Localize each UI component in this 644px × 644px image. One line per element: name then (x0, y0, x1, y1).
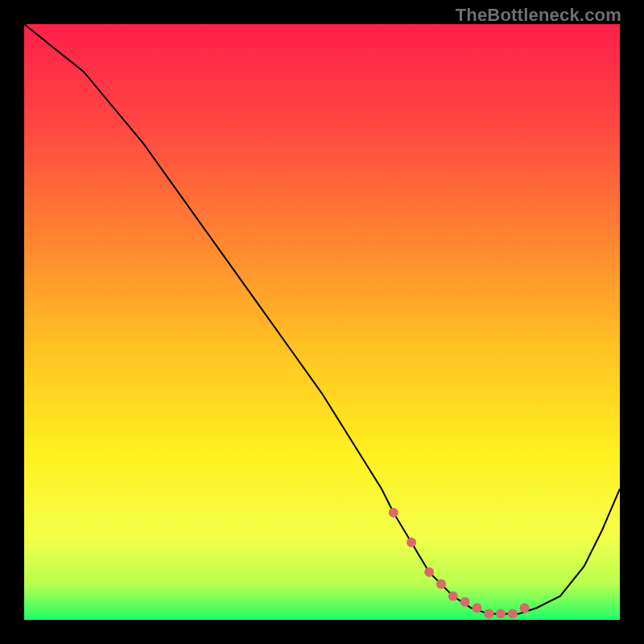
marker-dot (407, 538, 416, 547)
marker-dot (484, 609, 493, 619)
gradient-field (24, 24, 620, 620)
plot-area (24, 24, 620, 620)
watermark-text: TheBottleneck.com (456, 5, 621, 26)
marker-dot (520, 603, 530, 613)
marker-dot (460, 597, 470, 607)
marker-dot (424, 568, 434, 577)
marker-dot (496, 609, 506, 619)
marker-dot (448, 591, 458, 601)
chart-svg (24, 24, 620, 620)
marker-dot (389, 508, 398, 518)
marker-dot (508, 609, 518, 619)
chart-stage: TheBottleneck.com (0, 0, 644, 644)
marker-dot (472, 603, 481, 613)
marker-dot (436, 580, 446, 589)
